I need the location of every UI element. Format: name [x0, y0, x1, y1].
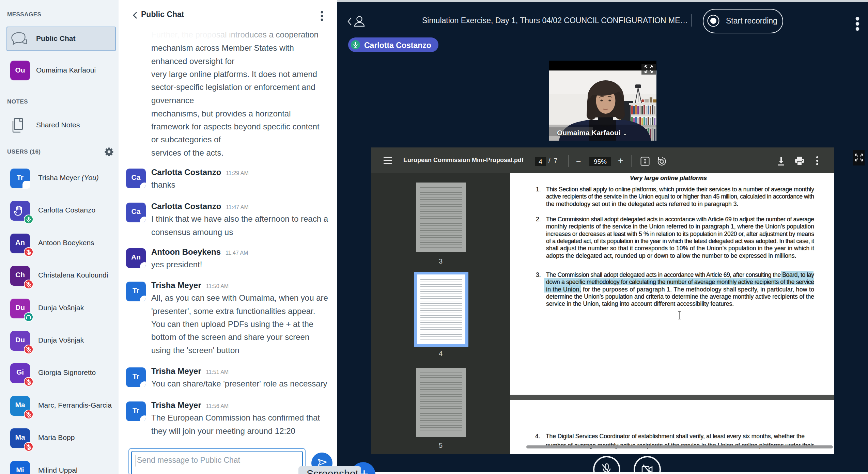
svg-text:increases or decreases at leas: increases or decreases at least with 5 %… [546, 231, 814, 237]
svg-text:adopts the delegated act, roun: adopts the delegated act, rounded up or … [546, 252, 796, 259]
svg-text:in the Union, for the purposes: in the Union, for the purposes of paragr… [546, 286, 814, 293]
svg-text:The Commission shall adopt del: The Commission shall adopt delegated act… [546, 271, 814, 278]
svg-text:The Digital Services Coordinat: The Digital Services Coordinator of esta… [546, 433, 805, 440]
svg-text:This Section shall apply to on: This Section shall apply to online platf… [546, 186, 814, 193]
svg-text:of a delegated act, of its pop: of a delegated act, of its population in… [546, 238, 814, 244]
svg-text:shall adjust the number so tha: shall adjust the number so that it corre… [546, 245, 814, 252]
svg-text:monthly recipients of the serv: monthly recipients of the service in the… [546, 223, 814, 230]
svg-text:The Commission shall adopt del: The Commission shall adopt delegated act… [546, 216, 814, 223]
svg-text:Very large online platforms: Very large online platforms [630, 175, 707, 181]
svg-text:service in the Union, taking i: service in the Union, taking into accoun… [546, 300, 734, 307]
svg-text:down a specific methodology fo: down a specific methodology for calculat… [546, 279, 814, 285]
svg-text:2.: 2. [536, 216, 541, 223]
svg-text:3.: 3. [536, 271, 541, 278]
svg-text:active recipients of the servi: active recipients of the service in the … [546, 193, 814, 200]
svg-text:1.: 1. [536, 186, 541, 193]
svg-text:determine the Union’s populati: determine the Union’s population and cri… [546, 293, 814, 300]
svg-text:the methodology set out in the: the methodology set out in the delegated… [546, 201, 738, 207]
svg-text:4.: 4. [535, 433, 540, 440]
